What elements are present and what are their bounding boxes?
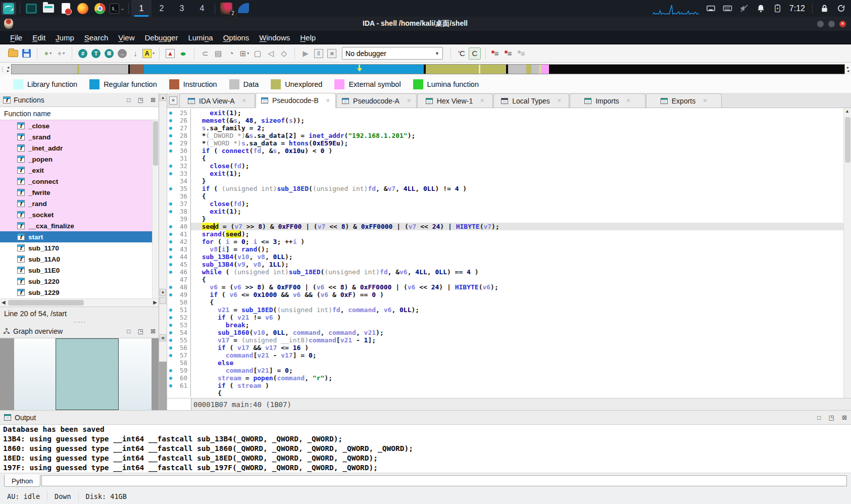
function-row[interactable]: sub_11E0 bbox=[0, 265, 159, 276]
menu-debugger[interactable]: Debugger bbox=[140, 32, 183, 43]
function-row[interactable]: _socket bbox=[0, 209, 159, 220]
panel-close-icon[interactable]: ⊠ bbox=[151, 96, 156, 104]
menu-help[interactable]: Help bbox=[295, 32, 321, 43]
structs-icon[interactable]: ⊂ bbox=[199, 47, 211, 60]
menu-view[interactable]: View bbox=[113, 32, 139, 43]
code-line[interactable]: 45 sub_13B4(v9, v8, 1LL); bbox=[167, 261, 843, 268]
panel-restore-icon[interactable]: □ bbox=[127, 96, 130, 104]
save-icon[interactable] bbox=[20, 47, 32, 60]
tab-close-icon[interactable]: ✕ bbox=[407, 97, 411, 104]
output-dim-icon[interactable]: ≡ bbox=[517, 47, 529, 60]
functions-panel-header[interactable]: Functions □ ◳ ⊠ bbox=[0, 93, 159, 107]
code-line[interactable]: 51 v21 = sub_18ED((unsigned int)fd, comm… bbox=[167, 306, 843, 314]
code-line[interactable]: 61 if ( stream ) bbox=[167, 382, 843, 389]
strip-blank-button[interactable] bbox=[160, 297, 166, 304]
scroll-right-arrow-icon[interactable]: ▶ bbox=[153, 299, 157, 305]
code-line[interactable]: 25 exit(1); bbox=[167, 109, 843, 117]
function-row[interactable]: sub_1220 bbox=[0, 276, 159, 287]
breakpoint-icon[interactable]: ▲ bbox=[164, 47, 176, 60]
function-row[interactable]: _popen bbox=[0, 154, 159, 165]
code-line[interactable]: 28 *(_DWORD *)&s.sa_data[2] = inet_addr(… bbox=[167, 132, 843, 139]
code-line[interactable]: 60 stream = popen(command, "r"); bbox=[167, 374, 843, 382]
python-cli-tab[interactable]: Python bbox=[4, 475, 40, 487]
tab-close-icon[interactable]: ✕ bbox=[242, 97, 246, 104]
code-line[interactable]: 29 *(_WORD *)s.sa_data = htons(0xE59Eu); bbox=[167, 139, 843, 147]
pseudocode-vertical-scrollbar[interactable]: ▲ bbox=[843, 108, 851, 398]
open-file-icon[interactable] bbox=[7, 47, 19, 60]
panel-float-icon[interactable]: ◳ bbox=[829, 414, 834, 421]
strip-scroll-down-icon[interactable]: ▼ bbox=[160, 289, 166, 296]
function-row[interactable]: _exit bbox=[0, 165, 159, 176]
code-line[interactable]: 57 command[v21 - v17] = 0; bbox=[167, 351, 843, 359]
code-line[interactable]: 44 sub_13B4(v10, v8, 0LL); bbox=[167, 253, 843, 261]
tab-local-types[interactable]: Local Types✕ bbox=[493, 93, 569, 108]
function-row[interactable]: sub_11A0 bbox=[0, 254, 159, 265]
frame-icon[interactable]: ▢ bbox=[252, 47, 264, 60]
workspace-2[interactable]: 2 bbox=[152, 0, 172, 17]
menu-options[interactable]: Options bbox=[218, 32, 255, 43]
output-panel-header[interactable]: Output □ ◳ ⊠ bbox=[0, 410, 851, 425]
code-line[interactable]: 33 exit(1); bbox=[167, 170, 843, 177]
workspace-3[interactable]: 3 bbox=[172, 0, 192, 17]
jump-pin-icon[interactable]: ⌖▾ bbox=[42, 47, 54, 60]
output-add-icon[interactable]: ≡ bbox=[504, 47, 516, 60]
function-row[interactable]: _close bbox=[0, 120, 159, 131]
scroll-left-arrow-icon[interactable]: ◀ bbox=[2, 299, 6, 305]
code-line[interactable]: 49 if ( v6 <= 0x1000 && v6 && (v6 & 0xF)… bbox=[167, 291, 843, 298]
menu-windows[interactable]: Windows bbox=[254, 32, 295, 43]
names-icon[interactable]: A▾ bbox=[142, 47, 155, 60]
kali-menu-icon[interactable] bbox=[1, 2, 16, 15]
function-row[interactable]: _rand bbox=[0, 198, 159, 209]
graph-overview-header[interactable]: Graph overview □ ◳ ⊠ bbox=[0, 324, 159, 338]
panel-restore-icon[interactable]: □ bbox=[817, 414, 821, 421]
strip-scroll-up-icon[interactable]: ▲ bbox=[160, 94, 166, 101]
code-line[interactable]: 32 close(fd); bbox=[167, 162, 843, 170]
code-line[interactable]: 48 v6 = (v6 >> 8) & 0xFF00 | (v6 << 8) &… bbox=[167, 283, 843, 291]
audio-muted-icon[interactable] bbox=[739, 4, 749, 13]
workspace-4[interactable]: 4 bbox=[192, 0, 212, 17]
pseudocode-view[interactable]: 25 exit(1);26 memset(&s, 48, sizeof(s));… bbox=[167, 108, 851, 398]
code-line[interactable]: 52 if ( v21 != v6 ) bbox=[167, 314, 843, 321]
maximize-button[interactable] bbox=[828, 21, 835, 27]
code-line[interactable]: 46 while ( (unsigned int)sub_18ED((unsig… bbox=[167, 268, 843, 276]
file-manager-icon[interactable] bbox=[41, 2, 56, 15]
debug-stop-icon[interactable]: ■ bbox=[326, 47, 338, 60]
output-log[interactable]: Database has been saved13B4: using guess… bbox=[0, 425, 851, 473]
code-line[interactable]: 59 command[v21] = 0; bbox=[167, 367, 843, 374]
xrefs-icon[interactable]: ◔ bbox=[225, 47, 237, 60]
close-button[interactable]: ✕ bbox=[839, 21, 846, 27]
code-line[interactable]: 54 sub_1860(v10, 0LL, command, command, … bbox=[167, 329, 843, 336]
code-line[interactable]: 53 break; bbox=[167, 321, 843, 329]
terminal-dropdown-icon[interactable]: $_⌄ bbox=[110, 2, 125, 15]
workspace-1[interactable]: 1 bbox=[131, 0, 152, 17]
tabbar-close-icon[interactable]: ✕ bbox=[169, 96, 177, 105]
panel-float-icon[interactable]: ◳ bbox=[138, 328, 143, 335]
code-line[interactable]: 35 if ( (unsigned int)sub_18ED((unsigned… bbox=[167, 185, 843, 192]
quick-compile-icon[interactable]: 'C bbox=[456, 47, 468, 60]
goto-icon[interactable]: → bbox=[116, 47, 128, 60]
cli-input[interactable] bbox=[41, 475, 847, 486]
function-row[interactable]: _connect bbox=[0, 176, 159, 187]
clock[interactable]: 7:12 bbox=[789, 4, 805, 13]
panel-splitter[interactable] bbox=[0, 320, 159, 324]
logout-icon[interactable] bbox=[836, 4, 846, 13]
debug-pause-icon[interactable]: ‖ bbox=[313, 47, 325, 60]
function-row[interactable]: sub_1229 bbox=[0, 287, 159, 298]
tab-close-icon[interactable]: ✕ bbox=[703, 97, 707, 104]
jump-down-icon[interactable]: ↓ bbox=[129, 47, 141, 60]
keyboard-icon[interactable] bbox=[723, 4, 732, 13]
code-line[interactable]: 50 { bbox=[167, 298, 843, 306]
code-line[interactable]: 30 if ( connect(fd, &s, 0x10u) < 0 ) bbox=[167, 147, 843, 155]
code-line[interactable]: 34 } bbox=[167, 177, 843, 185]
tab-imports[interactable]: Imports✕ bbox=[570, 93, 645, 108]
compile-icon[interactable]: C bbox=[469, 47, 481, 60]
navigation-band[interactable] bbox=[11, 64, 845, 74]
scroll-up-arrow-icon[interactable]: ▲ bbox=[845, 109, 849, 114]
terminal-launcher-icon[interactable] bbox=[24, 2, 39, 15]
wireshark-task-icon[interactable] bbox=[236, 2, 251, 15]
code-line[interactable]: 47 { bbox=[167, 276, 843, 283]
tab-close-icon[interactable]: ✕ bbox=[626, 97, 631, 104]
tab-ida-view-a[interactable]: IDA View-A✕ bbox=[179, 93, 255, 108]
code-line[interactable]: 58 else bbox=[167, 359, 843, 367]
function-row[interactable]: __cxa_finalize bbox=[0, 220, 159, 231]
